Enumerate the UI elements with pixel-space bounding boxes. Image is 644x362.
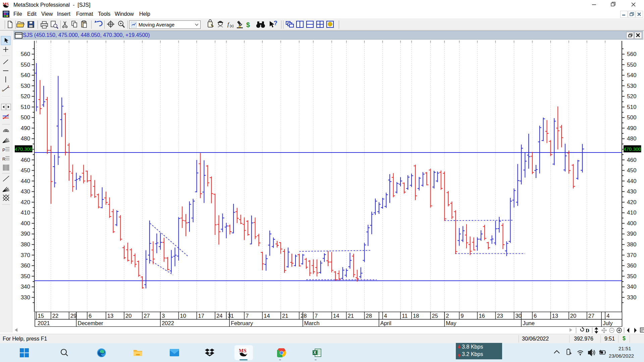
svg-text:490: 490 bbox=[627, 125, 636, 131]
svg-text:2022: 2022 bbox=[162, 320, 174, 326]
svg-text:April: April bbox=[380, 320, 391, 326]
svg-text:29: 29 bbox=[70, 313, 76, 319]
svg-text:550: 550 bbox=[627, 62, 636, 68]
svg-text:330: 330 bbox=[21, 294, 30, 301]
svg-text:370: 370 bbox=[21, 252, 30, 258]
svg-text:21: 21 bbox=[348, 313, 354, 319]
svg-text:480: 480 bbox=[627, 135, 636, 142]
svg-text:13: 13 bbox=[107, 313, 113, 319]
svg-text:430: 430 bbox=[627, 188, 636, 195]
svg-text:7: 7 bbox=[246, 313, 249, 319]
svg-text:X: X bbox=[314, 350, 316, 355]
svg-text:520: 520 bbox=[21, 93, 30, 100]
svg-text:330: 330 bbox=[627, 294, 636, 301]
svg-text:340: 340 bbox=[627, 284, 636, 290]
svg-text:28: 28 bbox=[301, 313, 307, 319]
svg-text:20: 20 bbox=[125, 313, 131, 319]
svg-text:6: 6 bbox=[534, 313, 537, 319]
svg-text:360: 360 bbox=[627, 262, 636, 269]
svg-text:470.300: 470.300 bbox=[15, 146, 32, 152]
svg-text:500: 500 bbox=[627, 114, 636, 121]
svg-text:20: 20 bbox=[570, 313, 576, 319]
svg-text:13: 13 bbox=[552, 313, 558, 319]
svg-text:440: 440 bbox=[21, 178, 30, 184]
svg-text:540: 540 bbox=[21, 72, 30, 78]
svg-text:380: 380 bbox=[627, 241, 636, 248]
svg-text:10: 10 bbox=[180, 313, 186, 319]
svg-text:400: 400 bbox=[21, 220, 30, 227]
svg-text:16: 16 bbox=[479, 313, 485, 319]
svg-text:380: 380 bbox=[21, 241, 30, 248]
svg-text:2021: 2021 bbox=[38, 320, 50, 326]
svg-text:460: 460 bbox=[627, 157, 636, 163]
svg-text:18: 18 bbox=[413, 313, 419, 319]
svg-text:450: 450 bbox=[627, 167, 636, 174]
svg-text:D: D bbox=[586, 328, 589, 333]
svg-text:May: May bbox=[446, 320, 457, 326]
svg-text:17: 17 bbox=[198, 313, 204, 319]
svg-text:31: 31 bbox=[228, 313, 234, 319]
svg-text:21: 21 bbox=[282, 313, 288, 319]
svg-text:500: 500 bbox=[21, 114, 30, 121]
svg-text:24: 24 bbox=[216, 313, 222, 319]
svg-text:450: 450 bbox=[21, 167, 30, 174]
svg-text:6: 6 bbox=[89, 313, 92, 319]
svg-text:400: 400 bbox=[627, 220, 636, 227]
svg-text:December: December bbox=[78, 320, 104, 326]
svg-text:510: 510 bbox=[21, 104, 30, 110]
svg-text:410: 410 bbox=[627, 209, 636, 216]
svg-text:550: 550 bbox=[21, 62, 30, 68]
svg-text:340: 340 bbox=[21, 284, 30, 290]
svg-text:510: 510 bbox=[627, 104, 636, 110]
svg-text:460: 460 bbox=[21, 157, 30, 163]
svg-text:410: 410 bbox=[21, 209, 30, 216]
svg-text:3: 3 bbox=[162, 313, 165, 319]
svg-text:420: 420 bbox=[627, 199, 636, 205]
svg-text:350: 350 bbox=[627, 273, 636, 280]
svg-text:390: 390 bbox=[21, 231, 30, 237]
svg-text:440: 440 bbox=[627, 178, 636, 184]
svg-text:350: 350 bbox=[21, 273, 30, 280]
svg-text:4: 4 bbox=[384, 313, 387, 319]
svg-text:MS: MS bbox=[239, 348, 247, 353]
svg-text:11: 11 bbox=[402, 313, 408, 319]
svg-text:540: 540 bbox=[627, 72, 636, 78]
svg-text:30: 30 bbox=[516, 313, 522, 319]
svg-text:7: 7 bbox=[315, 313, 318, 319]
svg-text:530: 530 bbox=[21, 83, 30, 89]
svg-text:March: March bbox=[304, 320, 320, 326]
svg-text:25: 25 bbox=[432, 313, 438, 319]
svg-text:9: 9 bbox=[461, 313, 464, 319]
svg-text:4: 4 bbox=[606, 313, 609, 319]
svg-text:15: 15 bbox=[38, 313, 44, 319]
svg-text:390: 390 bbox=[627, 231, 636, 237]
svg-text:530: 530 bbox=[627, 83, 636, 89]
svg-text:420: 420 bbox=[21, 199, 30, 205]
svg-text:560: 560 bbox=[21, 51, 30, 57]
svg-text:14: 14 bbox=[264, 313, 270, 319]
svg-text:490: 490 bbox=[21, 125, 30, 131]
svg-text:2: 2 bbox=[446, 313, 449, 319]
svg-text:28: 28 bbox=[366, 313, 372, 319]
svg-text:360: 360 bbox=[21, 262, 30, 269]
svg-text:520: 520 bbox=[627, 93, 636, 100]
svg-text:470.300: 470.300 bbox=[624, 146, 641, 152]
svg-text:February: February bbox=[231, 320, 253, 326]
svg-text:370: 370 bbox=[627, 252, 636, 258]
svg-text:14: 14 bbox=[333, 313, 339, 319]
svg-text:560: 560 bbox=[627, 51, 636, 57]
svg-text:430: 430 bbox=[21, 188, 30, 195]
svg-text:27: 27 bbox=[144, 313, 150, 319]
svg-text:480: 480 bbox=[21, 135, 30, 142]
svg-text:June: June bbox=[523, 320, 535, 326]
svg-text:27: 27 bbox=[588, 313, 594, 319]
svg-text:July: July bbox=[603, 320, 613, 326]
svg-text:23: 23 bbox=[497, 313, 503, 319]
svg-text:22: 22 bbox=[52, 313, 58, 319]
